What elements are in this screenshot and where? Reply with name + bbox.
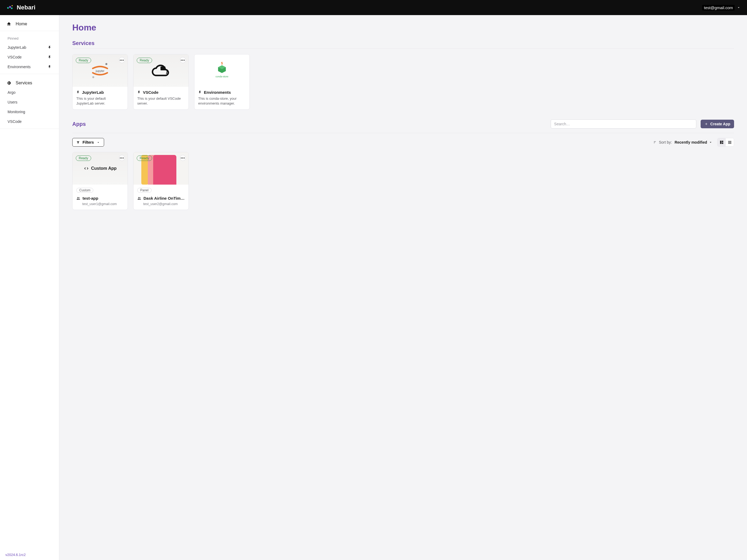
- card-title: JupyterLab: [82, 90, 104, 95]
- sidebar-home-label: Home: [16, 22, 27, 26]
- svg-rect-13: [722, 142, 723, 144]
- svg-rect-0: [7, 7, 9, 9]
- services-grid: Ready ••• jupyter: [72, 54, 734, 110]
- vscode-cloud-logo-icon: }: [149, 61, 173, 80]
- grid-icon: [720, 140, 724, 144]
- view-toggle: [717, 138, 734, 146]
- svg-rect-14: [728, 141, 731, 141]
- search-wrap: [551, 119, 696, 129]
- svg-point-5: [92, 76, 94, 78]
- card-menu-button[interactable]: •••: [180, 155, 186, 161]
- sidebar-item-monitoring[interactable]: Monitoring: [0, 107, 59, 117]
- conda-store-logo-icon: $ conda-store: [210, 61, 234, 80]
- sidebar-item-argo[interactable]: Argo: [0, 87, 59, 97]
- more-icon: •••: [181, 156, 185, 160]
- sort-dropdown[interactable]: Recently modified: [674, 140, 713, 144]
- divider: [72, 49, 734, 49]
- apps-heading: Apps: [72, 121, 86, 127]
- people-icon: [137, 196, 141, 200]
- apps-grid: Ready ••• Custom App Custom test-app tes…: [72, 152, 734, 210]
- status-badge: Ready: [76, 156, 91, 161]
- people-icon: [76, 196, 80, 200]
- pinned-heading: Pinned: [0, 35, 59, 43]
- svg-text:jupyter: jupyter: [96, 69, 105, 73]
- svg-rect-7: [160, 66, 165, 70]
- sort-icon: [653, 140, 657, 144]
- app-card-dask-airline[interactable]: Ready ••• Panel Dask Airline OnTim…: [133, 152, 189, 210]
- svg-rect-1: [9, 6, 11, 8]
- svg-point-17: [77, 197, 78, 198]
- svg-point-3: [11, 5, 13, 6]
- card-title: VSCode: [143, 90, 159, 95]
- app-type-chip: Panel: [137, 188, 152, 193]
- card-menu-button[interactable]: •••: [180, 57, 186, 63]
- svg-rect-15: [728, 142, 731, 142]
- pin-icon: [198, 90, 202, 94]
- pin-icon: [76, 90, 80, 94]
- services-heading: Services: [72, 40, 734, 46]
- sidebar-item-jupyterlab[interactable]: JupyterLab: [0, 43, 59, 52]
- card-menu-button[interactable]: •••: [119, 155, 125, 161]
- svg-rect-16: [728, 143, 731, 144]
- gear-icon: [6, 81, 11, 85]
- sidebar-item-environments[interactable]: Environments: [0, 62, 59, 72]
- home-icon: [6, 22, 11, 26]
- brand[interactable]: Nebari: [6, 4, 35, 11]
- sidebar-item-vscode[interactable]: VSCode: [0, 117, 59, 126]
- user-email: test@gmail.com: [702, 5, 735, 10]
- service-card-environments[interactable]: $ conda-store Environments This is conda…: [194, 54, 250, 110]
- service-card-vscode[interactable]: Ready ••• } VSCode This: [133, 54, 189, 110]
- create-app-button[interactable]: Create App: [701, 119, 734, 128]
- page-title: Home: [72, 23, 734, 33]
- sidebar: Home Pinned JupyterLab VSCode Environmen…: [0, 15, 59, 560]
- app-card-test-app[interactable]: Ready ••• Custom App Custom test-app tes…: [72, 152, 128, 210]
- svg-point-22: [139, 197, 140, 198]
- brand-name: Nebari: [17, 4, 35, 11]
- sidebar-item-users[interactable]: Users: [0, 97, 59, 107]
- apps-toolbar: Apps Create App: [72, 119, 734, 129]
- chevron-down-icon: [709, 140, 713, 144]
- app-type-chip: Custom: [76, 188, 93, 193]
- status-badge: Ready: [137, 156, 152, 161]
- sidebar-section-services[interactable]: Services: [0, 78, 59, 87]
- topbar: Nebari test@gmail.com: [0, 0, 747, 15]
- pin-icon: [48, 55, 52, 59]
- sidebar-item-vscode[interactable]: VSCode: [0, 52, 59, 62]
- card-menu-button[interactable]: •••: [119, 57, 125, 63]
- card-desc: This is conda-store, your environments m…: [198, 96, 246, 106]
- status-badge: Ready: [137, 58, 152, 63]
- jupyter-logo-icon: jupyter: [88, 61, 112, 80]
- filter-icon: [76, 141, 80, 144]
- status-badge: Ready: [76, 58, 91, 63]
- svg-point-18: [78, 197, 79, 198]
- svg-rect-2: [11, 7, 13, 9]
- sort-icon-label: Sort by:: [653, 140, 672, 144]
- pin-icon: [48, 46, 52, 49]
- card-title: Environments: [204, 90, 231, 95]
- service-card-jupyterlab[interactable]: Ready ••• jupyter: [72, 54, 128, 110]
- search-input[interactable]: [551, 119, 696, 129]
- card-title: test-app: [82, 196, 98, 201]
- filters-button[interactable]: Filters: [72, 138, 104, 146]
- svg-rect-12: [722, 141, 723, 142]
- svg-rect-11: [720, 141, 721, 144]
- grid-view-button[interactable]: [718, 138, 726, 146]
- list-view-button[interactable]: [726, 138, 734, 146]
- svg-text:}: }: [166, 69, 168, 74]
- code-icon: [84, 166, 89, 171]
- card-owner: test_user1@gmail.com: [76, 202, 124, 206]
- sidebar-item-home[interactable]: Home: [0, 19, 59, 29]
- more-icon: •••: [120, 156, 124, 160]
- card-owner: test_user2@gmail.com: [137, 202, 185, 206]
- svg-text:conda-store: conda-store: [215, 75, 228, 78]
- apps-controls: Filters Sort by: Recently modified: [72, 138, 734, 146]
- svg-text:$: $: [221, 61, 223, 65]
- more-icon: •••: [181, 58, 185, 62]
- card-desc: This is your default JupyterLab server.: [76, 96, 124, 106]
- sidebar-services-label: Services: [16, 81, 32, 85]
- user-menu[interactable]: test@gmail.com: [702, 5, 741, 10]
- main: Home Services Ready ••• jupyter: [59, 15, 747, 560]
- svg-point-21: [138, 197, 139, 198]
- pin-icon: [137, 90, 141, 94]
- chevron-down-icon: [737, 6, 741, 9]
